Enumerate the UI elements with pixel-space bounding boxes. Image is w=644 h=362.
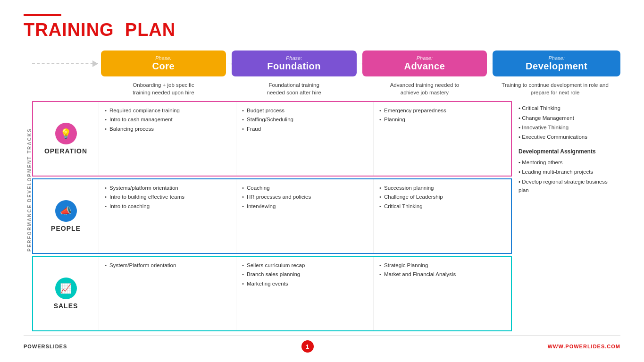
- people-advance-cell: Succession planning Challenge of Leaders…: [374, 179, 511, 253]
- list-item: HR processes and policies: [242, 193, 368, 201]
- people-foundation-cell: Coaching HR processes and policies Inter…: [236, 179, 374, 253]
- people-header: 📣 PEOPLE: [33, 179, 99, 253]
- phase-foundation-label: Phase:: [238, 55, 350, 61]
- list-item: Budget process: [242, 107, 368, 115]
- phase-core-name: Core: [108, 61, 219, 72]
- list-item: Fraud: [242, 125, 368, 133]
- title-red: PLAN: [125, 20, 176, 40]
- title-black: TRAINING: [24, 20, 114, 40]
- phase-foundation: Phase: Foundation: [232, 51, 357, 76]
- phase-advance-name: Advance: [369, 61, 481, 72]
- footer-left: POWERSLIDES: [24, 344, 67, 349]
- desc-row: Onboarding + job specifictraining needed…: [32, 78, 620, 99]
- dev-item-executive-comms: • Executive Communications: [519, 133, 614, 141]
- page: TRAINING PLAN PERFORMANCE DEVELOPMENT TR…: [0, 0, 644, 362]
- sales-title: SALES: [54, 302, 78, 310]
- phase-core-label: Phase:: [108, 55, 219, 61]
- desc-foundation: Foundational trainingneeded soon after h…: [229, 78, 360, 99]
- list-item: Challenge of Leadership: [379, 193, 505, 201]
- list-item: Coaching: [242, 184, 368, 192]
- phase-development-name: Development: [499, 61, 614, 72]
- footer: POWERSLIDES 1 WWW.POWERLIDES.COM: [24, 335, 620, 353]
- operation-core-cell: Required compliance training Intro to ca…: [99, 102, 236, 176]
- people-row: 📣 PEOPLE Systems/platform orientation In…: [32, 178, 512, 254]
- phase-arrow: [92, 60, 98, 67]
- desc-core: Onboarding + job specifictraining needed…: [98, 78, 229, 99]
- footer-center: 1: [301, 340, 314, 353]
- table-area: Phase: Core Phase: Foundation Phase: Adv…: [32, 49, 620, 331]
- list-item: Strategic Planning: [379, 261, 505, 269]
- list-item: Planning: [379, 116, 505, 124]
- phase-core: Phase: Core: [101, 51, 226, 76]
- phase-foundation-name: Foundation: [238, 61, 350, 72]
- list-item: Systems/platform orientation: [105, 184, 230, 192]
- list-item: Emergency preparedness: [379, 107, 505, 115]
- people-icon: 📣: [55, 200, 77, 222]
- desc-empty: [32, 78, 98, 99]
- list-item: Branch sales planning: [242, 270, 368, 278]
- list-item: Intro to building effective teams: [105, 193, 230, 201]
- phase-development-label: Phase:: [499, 55, 614, 61]
- list-item: Marketing events: [242, 280, 368, 288]
- main-content: PERFORMANCE DEVELOPMENT TRACKS Phase: Co…: [24, 49, 620, 331]
- phase-advance: Phase: Advance: [362, 51, 487, 76]
- phases-row: Phase: Core Phase: Foundation Phase: Adv…: [32, 49, 620, 78]
- list-item: Succession planning: [379, 184, 505, 192]
- list-item: Balancing process: [105, 125, 230, 133]
- list-item: Sellers curriculum recap: [242, 261, 368, 269]
- people-title: PEOPLE: [51, 225, 81, 232]
- header-line: [24, 14, 61, 16]
- phase-development: Phase: Development: [493, 51, 620, 76]
- dev-item-change-management: • Change Management: [519, 114, 614, 122]
- dev-item-innovative-thinking: • Innovative Thinking: [519, 123, 614, 132]
- list-item: Critical Thinking: [379, 202, 505, 210]
- sales-foundation-cell: Sellers curriculum recap Branch sales pl…: [236, 257, 374, 330]
- page-title: TRAINING PLAN: [24, 20, 620, 40]
- dev-assignments-title: Developmental Assignments: [519, 147, 614, 156]
- operation-title: OPERATION: [44, 147, 87, 155]
- people-core-cell: Systems/platform orientation Intro to bu…: [99, 179, 236, 253]
- list-item: Market and Financial Analysis: [379, 270, 505, 278]
- sales-advance-cell: Strategic Planning Market and Financial …: [374, 257, 511, 330]
- operation-row: 💡 OPERATION Required compliance training…: [32, 101, 512, 177]
- tracks-section: 💡 OPERATION Required compliance training…: [32, 101, 512, 331]
- dashed-line: [32, 63, 98, 64]
- page-number: 1: [301, 340, 314, 353]
- operation-foundation-cell: Budget process Staffing/Scheduling Fraud: [236, 102, 374, 176]
- operation-header: 💡 OPERATION: [33, 102, 99, 176]
- sales-header: 📈 SALES: [33, 257, 99, 330]
- desc-development: Training to continue development in role…: [490, 78, 620, 99]
- list-item: Interviewing: [242, 202, 368, 210]
- dev-item-critical-thinking: • Critical Thinking: [519, 104, 614, 112]
- sales-core-cell: System/Platform orientation: [99, 257, 236, 330]
- operation-icon: 💡: [55, 123, 77, 144]
- footer-right: WWW.POWERLIDES.COM: [548, 344, 620, 349]
- list-item: Required compliance training: [105, 107, 230, 115]
- list-item: Staffing/Scheduling: [242, 116, 368, 124]
- list-item: System/Platform orientation: [105, 261, 230, 269]
- list-item: Intro to coaching: [105, 202, 230, 210]
- dev-item-mentoring: • Mentoring others: [519, 158, 614, 167]
- phase-advance-label: Phase:: [369, 55, 481, 61]
- sales-icon: 📈: [55, 278, 77, 299]
- tracks-and-dev: 💡 OPERATION Required compliance training…: [32, 101, 620, 331]
- desc-advance: Advanced training needed toachieve job m…: [360, 78, 490, 99]
- development-column: • Critical Thinking • Change Management …: [512, 101, 620, 331]
- operation-advance-cell: Emergency preparedness Planning: [374, 102, 511, 176]
- dev-item-leading-projects: • Leading multi-branch projects: [519, 168, 614, 176]
- dev-item-strategic-plan: • Develop regional strategic business pl…: [519, 177, 614, 195]
- sales-row: 📈 SALES System/Platform orientation Sell…: [32, 256, 512, 331]
- sidebar-label: PERFORMANCE DEVELOPMENT TRACKS: [24, 49, 32, 331]
- phase-empty: [32, 60, 98, 67]
- list-item: Intro to cash management: [105, 116, 230, 124]
